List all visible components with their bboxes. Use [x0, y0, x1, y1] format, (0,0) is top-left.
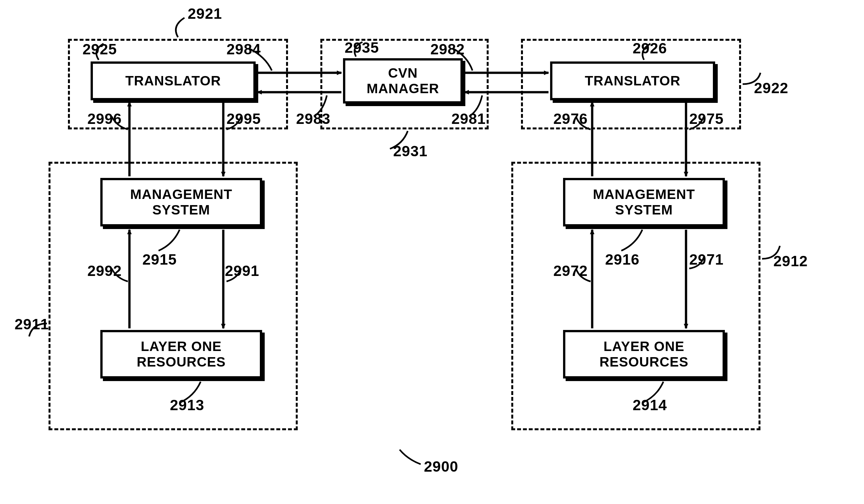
- mgmt-right-box: MANAGEMENT SYSTEM: [563, 178, 725, 226]
- ref-2922: 2922: [754, 79, 788, 97]
- ref-2900: 2900: [424, 458, 458, 475]
- translator-right-box: TRANSLATOR: [550, 61, 715, 100]
- diagram-canvas: TRANSLATOR CVN MANAGER TRANSLATOR MANAGE…: [0, 0, 864, 504]
- ref-2913: 2913: [170, 396, 204, 414]
- ref-2996: 2996: [87, 110, 122, 128]
- ref-2975: 2975: [689, 110, 723, 128]
- translator-left-box: TRANSLATOR: [91, 61, 256, 100]
- ref-2911: 2911: [14, 315, 49, 333]
- mgmt-left-label: MANAGEMENT SYSTEM: [130, 187, 232, 218]
- layer-left-box: LAYER ONE RESOURCES: [100, 330, 262, 379]
- ref-2992: 2992: [87, 262, 122, 279]
- layer-right-label: LAYER ONE RESOURCES: [599, 339, 688, 370]
- cvn-manager-label: CVN MANAGER: [367, 65, 439, 97]
- ref-2991: 2991: [225, 262, 259, 279]
- ref-2976: 2976: [553, 110, 588, 128]
- layer-right-box: LAYER ONE RESOURCES: [563, 330, 725, 379]
- ref-2984: 2984: [227, 40, 261, 58]
- ref-2916: 2916: [605, 251, 639, 268]
- ref-2982: 2982: [430, 40, 465, 58]
- translator-left-label: TRANSLATOR: [125, 73, 221, 89]
- ref-2925: 2925: [83, 40, 117, 58]
- mgmt-right-label: MANAGEMENT SYSTEM: [593, 187, 695, 218]
- ref-2935: 2935: [345, 39, 379, 56]
- layer-left-label: LAYER ONE RESOURCES: [136, 339, 226, 370]
- translator-right-label: TRANSLATOR: [585, 73, 680, 89]
- ref-2995: 2995: [227, 110, 261, 128]
- ref-2971: 2971: [689, 251, 723, 268]
- ref-2926: 2926: [633, 39, 667, 57]
- ref-2983: 2983: [296, 110, 331, 128]
- ref-2981: 2981: [452, 110, 486, 128]
- ref-2921: 2921: [188, 5, 222, 22]
- ref-2931: 2931: [393, 142, 428, 160]
- ref-2912: 2912: [773, 252, 808, 270]
- cvn-manager-box: CVN MANAGER: [343, 58, 463, 104]
- ref-2915: 2915: [142, 251, 177, 268]
- mgmt-left-box: MANAGEMENT SYSTEM: [100, 178, 262, 226]
- ref-2972: 2972: [553, 262, 588, 279]
- ref-2914: 2914: [633, 396, 667, 414]
